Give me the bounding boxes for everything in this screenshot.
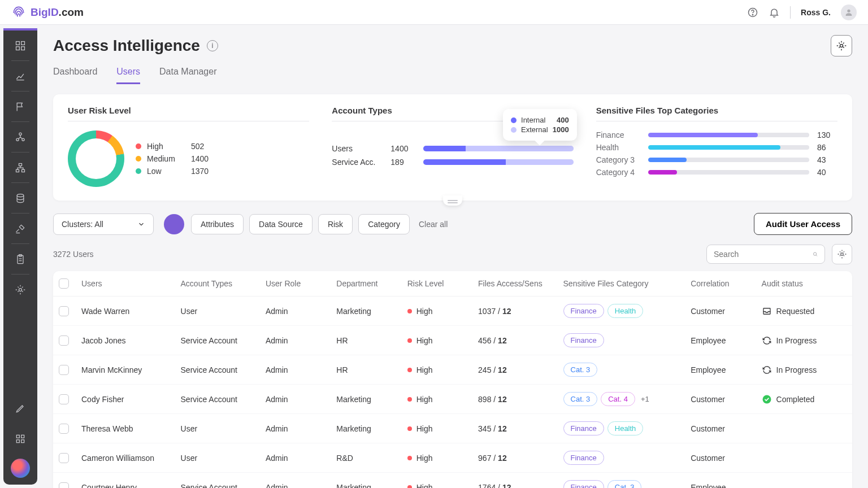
cell-user-role: Admin (266, 336, 336, 345)
table-row[interactable]: Cody Fisher Service Account Admin Market… (53, 385, 852, 414)
tab-users[interactable]: Users (116, 67, 140, 84)
search-input[interactable] (714, 250, 813, 259)
category-tag[interactable]: Health (607, 421, 644, 435)
table-row[interactable]: Cameron Williamson User Admin R&D High 9… (53, 443, 852, 473)
nav-hierarchy-icon[interactable] (3, 152, 37, 183)
column-header[interactable]: Account Types (181, 279, 266, 288)
cell-account-type: Service Account (181, 395, 266, 404)
category-tag[interactable]: Cat. 4 (601, 392, 635, 406)
cluster-select[interactable]: Clusters: All (53, 213, 154, 235)
nav-gavel-icon[interactable] (3, 213, 37, 244)
column-header[interactable]: Users (81, 279, 181, 288)
cell-tags: Finance (563, 451, 691, 465)
filter-risk-button[interactable]: Risk (318, 214, 353, 234)
table-row[interactable]: Wade Warren User Admin Marketing High 10… (53, 297, 852, 326)
filter-attributes-button[interactable]: Attributes (191, 214, 244, 234)
row-checkbox[interactable] (59, 482, 69, 489)
cell-audit: Completed (762, 394, 847, 404)
audit-user-access-button[interactable]: Audit User Access (754, 213, 852, 235)
category-tag[interactable]: Finance (563, 304, 604, 318)
cell-risk: High (407, 336, 478, 345)
account-row-value: 1400 (390, 144, 415, 153)
cell-account-type: User (181, 307, 266, 316)
table-row[interactable]: Jacob Jones Service Account Admin HR Hig… (53, 326, 852, 355)
cell-audit: In Progress (762, 365, 847, 375)
info-icon[interactable]: i (207, 40, 218, 51)
cell-files: 1037 / 12 (478, 307, 563, 316)
filter-data-source-button[interactable]: Data Source (249, 214, 313, 234)
account-types-card: Account Types Internal400External1000 Us… (332, 106, 573, 187)
cell-department: Marketing (336, 307, 407, 316)
category-tag[interactable]: Finance (563, 480, 604, 488)
fingerprint-icon (11, 4, 26, 21)
column-header[interactable]: User Role (266, 279, 336, 288)
table-row[interactable]: Marvin McKinney Service Account Admin HR… (53, 355, 852, 385)
svg-rect-11 (16, 169, 19, 172)
nav-cluster-icon[interactable] (3, 122, 37, 152)
row-checkbox[interactable] (59, 336, 69, 346)
table-row[interactable]: Courtney Henry Service Account Admin Mar… (53, 473, 852, 488)
bell-icon[interactable] (769, 7, 780, 18)
svg-rect-4 (21, 42, 25, 45)
risk-dot-icon (407, 426, 412, 431)
category-tag[interactable]: Cat. 3 (563, 363, 598, 377)
category-label: Category 3 (596, 155, 640, 164)
filter-category-button[interactable]: Category (358, 214, 410, 234)
category-tag[interactable]: Finance (563, 333, 604, 347)
clear-all-link[interactable]: Clear all (419, 220, 448, 229)
svg-rect-6 (21, 47, 25, 50)
tab-dashboard[interactable]: Dashboard (53, 67, 97, 84)
svg-point-16 (19, 289, 22, 291)
cell-correlation: Customer (691, 424, 761, 433)
page-settings-button[interactable] (831, 35, 852, 56)
column-header[interactable]: Risk Level (407, 279, 478, 288)
svg-rect-12 (22, 169, 25, 172)
column-header[interactable]: Correlation (691, 279, 761, 288)
nav-flag-icon[interactable] (3, 91, 37, 122)
row-checkbox[interactable] (59, 306, 69, 316)
nav-clipboard-icon[interactable] (3, 244, 37, 274)
nav-gear-icon[interactable] (3, 274, 37, 305)
help-icon[interactable] (747, 7, 758, 18)
column-header[interactable]: Files Access/Sens (478, 279, 563, 288)
nav-analytics-icon[interactable] (3, 61, 37, 91)
cell-files: 967 / 12 (478, 454, 563, 463)
category-tag[interactable]: Cat. 3 (607, 480, 642, 488)
nav-database-icon[interactable] (3, 183, 37, 213)
cell-account-type: Service Account (181, 336, 266, 345)
users-table: UsersAccount TypesUser RoleDepartmentRis… (53, 271, 852, 488)
column-header[interactable]: Audit status (762, 279, 847, 288)
cell-user-role: Admin (266, 395, 336, 404)
row-checkbox[interactable] (59, 453, 69, 463)
column-header[interactable]: Sensitive Files Category (563, 279, 691, 288)
svg-point-21 (840, 45, 843, 47)
category-tag[interactable]: Finance (563, 421, 604, 435)
row-checkbox[interactable] (59, 394, 69, 404)
account-row-value: 189 (390, 158, 415, 167)
orb-icon[interactable] (11, 459, 30, 478)
table-row[interactable]: Theresa Webb User Admin Marketing High 3… (53, 414, 852, 443)
panel-resize-handle[interactable] (443, 195, 462, 206)
avatar[interactable] (841, 5, 857, 20)
table-settings-button[interactable] (832, 244, 852, 264)
tab-data-manager[interactable]: Data Manager (159, 67, 216, 84)
cell-files: 245 / 12 (478, 365, 563, 374)
more-tags[interactable]: +1 (641, 395, 649, 403)
column-header[interactable]: Department (336, 279, 407, 288)
cell-account-type: User (181, 424, 266, 433)
category-tag[interactable]: Health (607, 304, 644, 318)
row-checkbox[interactable] (59, 424, 69, 434)
select-all-checkbox[interactable] (59, 278, 69, 289)
nav-edit-icon[interactable] (3, 393, 37, 424)
user-name[interactable]: Ross G. (801, 8, 831, 17)
category-tag[interactable]: Cat. 3 (563, 392, 598, 406)
nav-apps-icon[interactable] (3, 424, 37, 454)
cell-tags: FinanceHealth (563, 304, 691, 318)
nav-dashboard-icon[interactable] (3, 30, 37, 61)
filter-toggle-button[interactable] (164, 214, 184, 234)
cell-department: Marketing (336, 483, 407, 489)
category-tag[interactable]: Finance (563, 451, 604, 465)
filter-toolbar: Clusters: All AttributesData SourceRiskC… (53, 213, 852, 235)
row-checkbox[interactable] (59, 365, 69, 375)
logo[interactable]: BigID.com (11, 4, 84, 21)
